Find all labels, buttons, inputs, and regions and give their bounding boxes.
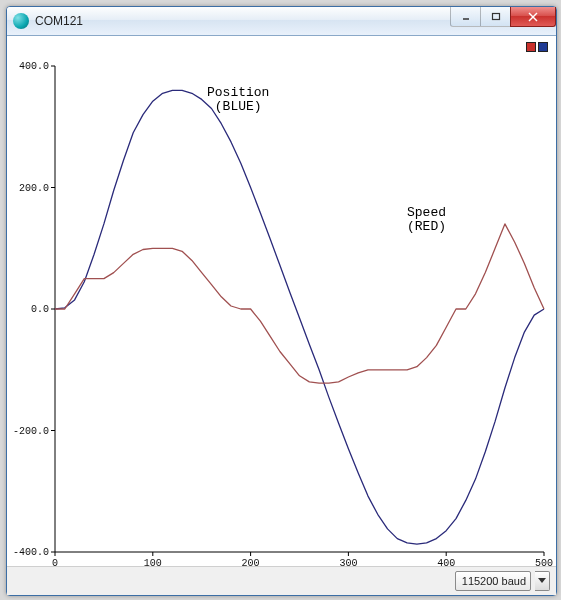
app-icon — [13, 13, 29, 29]
chart-svg: -400.0-200.00.0200.0400.0010020030040050… — [7, 56, 556, 576]
legend-swatch-red — [526, 42, 536, 52]
plot-area: -400.0-200.00.0200.0400.0010020030040050… — [7, 36, 556, 566]
titlebar[interactable]: COM121 — [7, 7, 556, 36]
svg-text:0: 0 — [52, 558, 58, 569]
close-button[interactable] — [510, 7, 556, 27]
application-window: COM121 -400.0-200.00.0200.0400.001002003… — [6, 6, 557, 596]
window-controls — [450, 7, 556, 27]
svg-text:200: 200 — [242, 558, 260, 569]
svg-text:100: 100 — [144, 558, 162, 569]
svg-text:400.0: 400.0 — [19, 61, 49, 72]
svg-text:400: 400 — [437, 558, 455, 569]
minimize-button[interactable] — [450, 7, 480, 27]
legend-swatch-blue — [538, 42, 548, 52]
svg-text:300: 300 — [339, 558, 357, 569]
chart: -400.0-200.00.0200.0400.0010020030040050… — [7, 56, 556, 576]
chevron-down-icon — [538, 577, 546, 585]
svg-text:-400.0: -400.0 — [13, 547, 49, 558]
svg-rect-1 — [492, 13, 499, 19]
annotation-speed: Speed (RED) — [407, 206, 446, 233]
svg-text:200.0: 200.0 — [19, 183, 49, 194]
svg-text:500: 500 — [535, 558, 553, 569]
annotation-position: Position (BLUE) — [207, 86, 269, 113]
legend — [526, 42, 548, 52]
svg-marker-28 — [538, 578, 546, 583]
svg-text:0.0: 0.0 — [31, 304, 49, 315]
baud-value: 115200 baud — [462, 575, 526, 587]
window-title: COM121 — [35, 14, 83, 28]
maximize-button[interactable] — [480, 7, 510, 27]
svg-text:-200.0: -200.0 — [13, 426, 49, 437]
